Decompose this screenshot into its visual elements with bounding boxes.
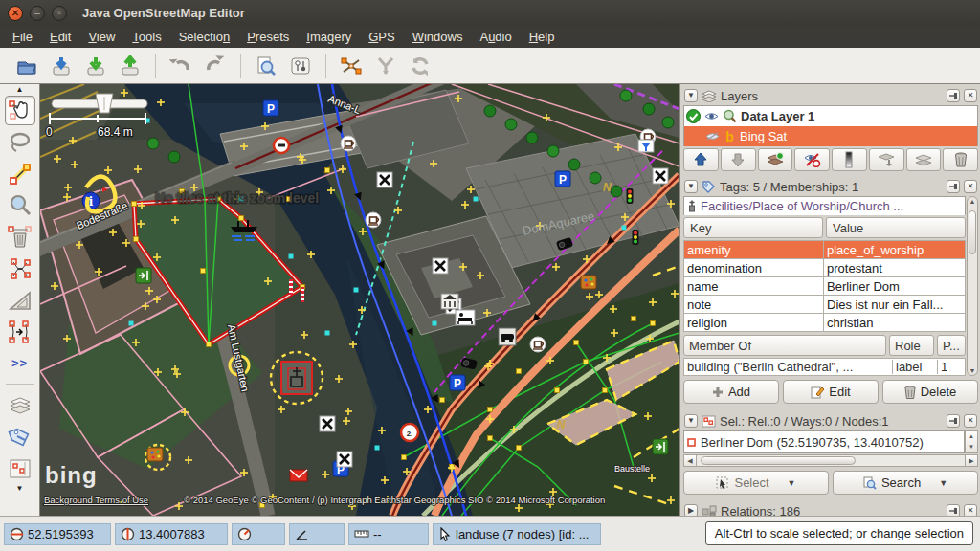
- position-column-header[interactable]: P...: [937, 335, 966, 356]
- data-layer-icon: [723, 109, 737, 123]
- selection-close-icon[interactable]: ✕: [964, 414, 977, 428]
- scroll-up-arrow[interactable]: ▲: [968, 198, 977, 205]
- search-button-panel[interactable]: Search▼: [833, 471, 978, 495]
- tags-pin-icon[interactable]: [947, 180, 960, 193]
- edit-toolbar: ▲ >> ▼: [0, 84, 40, 516]
- map-view[interactable]: P P P P: [40, 84, 679, 516]
- menu-item-imagery[interactable]: Imagery: [298, 27, 360, 47]
- selection-panel-toggle[interactable]: [5, 453, 35, 483]
- upload-button[interactable]: [113, 51, 147, 81]
- menu-item-edit[interactable]: Edit: [41, 27, 79, 47]
- hscrollbar-thumb[interactable]: [701, 456, 856, 465]
- scroll-left-arrow[interactable]: ◀: [683, 454, 697, 467]
- role-column-header[interactable]: Role: [889, 335, 934, 356]
- delete-tag-button[interactable]: Delete: [882, 380, 978, 404]
- extrude-tool[interactable]: [5, 285, 35, 315]
- layer-row-bing-sat[interactable]: b Bing Sat: [684, 126, 977, 146]
- tag-row[interactable]: amenityplace_of_worship: [684, 241, 966, 259]
- window-minimize-button[interactable]: –: [30, 6, 45, 21]
- scroll-right-arrow[interactable]: ▶: [965, 454, 978, 467]
- key-column-header[interactable]: Key: [683, 217, 823, 238]
- window-maximize-button[interactable]: ▫: [52, 6, 67, 21]
- select-move-tool[interactable]: [5, 96, 35, 125]
- tag-row[interactable]: nameBerliner Dom: [684, 277, 966, 296]
- layers-close-icon[interactable]: ✕: [964, 89, 977, 102]
- membership-row[interactable]: building ("Berlin Cathedral", ... label …: [683, 358, 966, 376]
- layer-duplicate-button[interactable]: [906, 148, 942, 171]
- map-canvas[interactable]: P P P P: [40, 84, 679, 516]
- scroll-down-arrow[interactable]: ▼: [968, 367, 977, 374]
- draw-nodes-tool[interactable]: [5, 159, 35, 188]
- layer-visibility-button[interactable]: [794, 148, 830, 171]
- selection-collapse-icon[interactable]: ▼: [684, 414, 698, 428]
- edit-tag-button[interactable]: Edit: [783, 380, 879, 404]
- menu-item-selection[interactable]: Selection: [170, 27, 238, 47]
- help-message: Alt-Ctrl to scale selected; or change se…: [705, 521, 973, 545]
- tags-panel-toggle[interactable]: [5, 422, 35, 452]
- menu-item-tools[interactable]: Tools: [123, 27, 169, 47]
- unglue-tool[interactable]: [5, 253, 35, 283]
- menu-item-view[interactable]: View: [79, 27, 123, 47]
- refresh-button[interactable]: [403, 51, 437, 81]
- terms-of-use-link[interactable]: Background Terms of Use: [44, 495, 148, 505]
- layers-panel-toggle[interactable]: [5, 390, 35, 420]
- layer-move-up-button[interactable]: [683, 148, 719, 171]
- selection-hscrollbar[interactable]: ◀ ▶: [683, 454, 978, 467]
- delete-tool[interactable]: [5, 222, 35, 252]
- menu-item-help[interactable]: Help: [521, 27, 564, 47]
- layers-pin-icon[interactable]: [947, 89, 960, 102]
- menu-item-gps[interactable]: GPS: [360, 27, 403, 47]
- split-way-icon: [340, 55, 363, 77]
- add-tag-button[interactable]: Add: [683, 380, 779, 404]
- selection-list-scrollbar[interactable]: ▲▼: [965, 430, 978, 453]
- selection-pin-icon[interactable]: [947, 414, 960, 428]
- menu-item-file[interactable]: File: [4, 27, 41, 47]
- active-layer-check-icon: [686, 109, 701, 123]
- redo-button[interactable]: [198, 51, 233, 81]
- preset-link[interactable]: Facilities/Place of Worship/Church ...: [701, 199, 903, 213]
- menu-item-windows[interactable]: Windows: [404, 27, 472, 47]
- toolbar-scroll-down[interactable]: ▼: [16, 484, 24, 494]
- layer-merge-button[interactable]: [869, 148, 904, 171]
- more-tools-button[interactable]: >>: [5, 348, 35, 378]
- layer-activate-button[interactable]: [758, 148, 793, 171]
- download-button[interactable]: [78, 51, 113, 81]
- selected-object-item[interactable]: Berliner Dom (52.5190735, 13.4010752): [683, 430, 965, 453]
- tag-row[interactable]: religionchristian: [684, 314, 966, 332]
- parallel-way-icon: [8, 320, 33, 344]
- angle-icon: [295, 527, 309, 541]
- select-button[interactable]: Select▼: [683, 471, 829, 495]
- open-folder-button[interactable]: [10, 51, 44, 81]
- visible-eye-icon[interactable]: [704, 111, 719, 121]
- menu-item-presets[interactable]: Presets: [238, 27, 298, 47]
- search-button[interactable]: [249, 51, 283, 81]
- longitude-icon: [121, 527, 135, 541]
- parallel-way-tool[interactable]: [5, 317, 35, 346]
- split-way-button[interactable]: [334, 51, 368, 81]
- window-close-button[interactable]: ✕: [8, 6, 23, 21]
- layer-opacity-button[interactable]: [832, 148, 867, 171]
- layer-move-down-button[interactable]: [721, 148, 756, 171]
- layers-collapse-icon[interactable]: ▼: [684, 89, 698, 102]
- zoom-tool[interactable]: [5, 190, 35, 220]
- tag-row[interactable]: noteDies ist nur ein Fall...: [684, 296, 966, 314]
- tag-row[interactable]: denominationprotestant: [684, 259, 966, 277]
- preset-link-row[interactable]: Facilities/Place of Worship/Church ...: [683, 196, 966, 215]
- hidden-eye-icon[interactable]: [705, 131, 720, 142]
- layer-row-data-layer[interactable]: Data Layer 1: [684, 106, 977, 126]
- tags-close-icon[interactable]: ✕: [964, 180, 977, 193]
- toolbar-scroll-up[interactable]: ▲: [16, 85, 24, 95]
- menu-item-audio[interactable]: Audio: [471, 27, 520, 47]
- undo-button[interactable]: [164, 51, 198, 81]
- tags-scrollbar[interactable]: ▲ ▼: [967, 196, 978, 376]
- member-of-column-header[interactable]: Member Of: [683, 335, 886, 356]
- scrollbar-thumb[interactable]: [969, 210, 976, 254]
- preferences-button[interactable]: [283, 51, 318, 81]
- value-column-header[interactable]: Value: [826, 217, 966, 238]
- search-icon: [255, 55, 278, 77]
- layer-delete-button[interactable]: [943, 148, 978, 171]
- combine-way-button[interactable]: [368, 51, 403, 81]
- save-button[interactable]: [44, 51, 78, 81]
- tags-collapse-icon[interactable]: ▼: [684, 180, 698, 193]
- lasso-tool[interactable]: [5, 127, 35, 157]
